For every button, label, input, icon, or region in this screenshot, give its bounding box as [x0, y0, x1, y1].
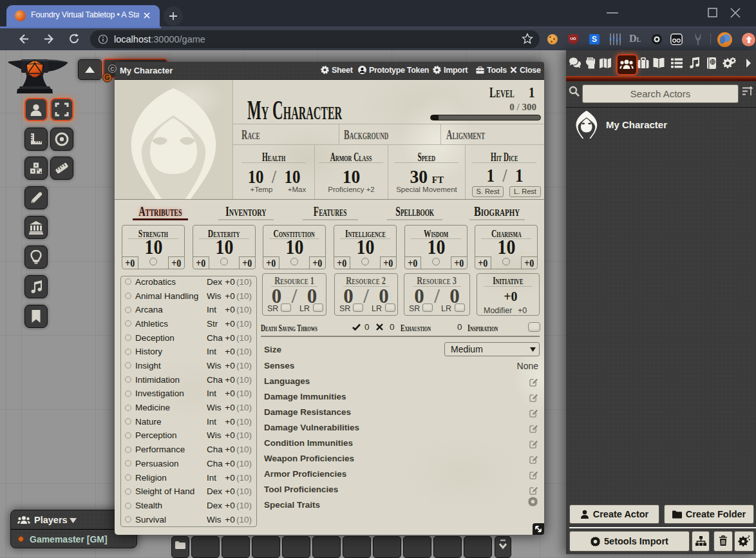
svg-text:UO: UO — [571, 37, 576, 41]
